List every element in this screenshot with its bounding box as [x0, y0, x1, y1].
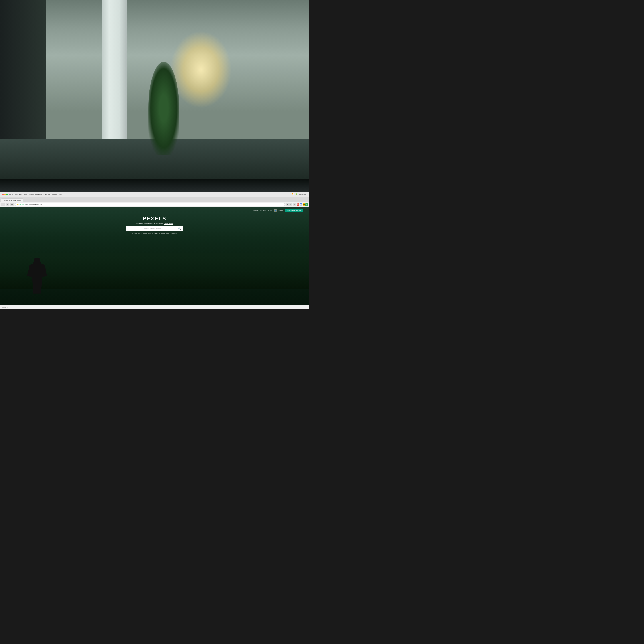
lock-icon: 🔒: [17, 204, 19, 205]
browser-toolbar: ‹ › ↻ 🔒 Secure https://www.pexels.com ★ …: [0, 202, 309, 207]
user-avatar: 👤: [274, 209, 277, 212]
minimize-window-btn[interactable]: [4, 194, 6, 195]
gmail-icon[interactable]: M: [297, 203, 299, 206]
battery-icon: 🔋: [295, 193, 298, 195]
browser-status-bar: Searches: [0, 305, 309, 309]
extension2[interactable]: ◈: [305, 203, 308, 206]
extension1[interactable]: ⚙: [303, 203, 305, 206]
pexels-logo: PEXELS: [6, 216, 303, 222]
menu-file[interactable]: File: [15, 193, 18, 195]
nav-license-link[interactable]: License: [260, 210, 266, 211]
more-tags-link[interactable]: more →: [171, 232, 177, 234]
more-options-icon[interactable]: ⋮: [293, 203, 296, 206]
address-bar[interactable]: 🔒 Secure https://www.pexels.com: [15, 203, 285, 206]
secure-label: Secure: [19, 204, 24, 205]
menu-chrome[interactable]: hrome: [9, 193, 13, 195]
tag-blur[interactable]: blur: [138, 232, 140, 234]
macos-menubar: hrome File Edit View History Bookmarks P…: [0, 192, 309, 197]
menu-history[interactable]: History: [29, 193, 34, 195]
system-info: 📶 🔋 Wed 16:15: [292, 193, 307, 195]
search-icon[interactable]: 🔍: [178, 227, 181, 230]
office-plant: [148, 62, 179, 155]
window-glow: [170, 31, 232, 108]
pexels-nav: Browse ▾ License Tools 👤 Daniel Contribu…: [0, 207, 309, 214]
window-controls[interactable]: [2, 194, 8, 195]
person-body-shape: [25, 258, 49, 293]
person-silhouette: [25, 258, 49, 293]
nav-tools-link[interactable]: Tools: [268, 210, 272, 211]
tag-house[interactable]: house: [132, 232, 137, 234]
wifi-icon: 📶: [292, 193, 294, 195]
bookmark-icon[interactable]: ★: [286, 203, 289, 206]
menu-help[interactable]: Help: [59, 193, 62, 195]
search-input[interactable]: Search for free photos...: [128, 228, 178, 230]
maximize-window-btn[interactable]: [6, 194, 8, 195]
pexels-hero-section: PEXELS Best free stock photos in one pla…: [0, 214, 309, 234]
screen-area: hrome File Edit View History Bookmarks P…: [0, 192, 309, 309]
menu-window[interactable]: Window: [52, 193, 58, 195]
calendar-icon[interactable]: 📅: [300, 203, 302, 206]
menu-view[interactable]: View: [24, 193, 27, 195]
username-label: Daniel: [278, 210, 283, 211]
close-window-btn[interactable]: [2, 194, 4, 195]
tab-label: Pexels · Free Stock Photos: [4, 199, 21, 201]
url-text: https://www.pexels.com: [25, 204, 41, 205]
toolbar-extension-icons: M 📅 ⚙ ◈: [297, 203, 308, 206]
system-time: Wed 16:15: [299, 193, 307, 195]
tag-phone[interactable]: phone: [161, 232, 165, 234]
menu-items: hrome File Edit View History Bookmarks P…: [9, 193, 62, 195]
pexels-tagline: Best free stock photos in one place. Lea…: [6, 223, 303, 224]
nav-browse-link[interactable]: Browse ▾: [252, 210, 259, 211]
tag-wood[interactable]: wood: [166, 232, 170, 234]
status-text: Searches: [2, 306, 8, 308]
search-tag-list: house blur training vintage meeting phon…: [6, 232, 303, 234]
tag-vintage[interactable]: vintage: [148, 232, 153, 234]
learn-more-link[interactable]: Learn more: [164, 223, 173, 224]
menu-bookmarks[interactable]: Bookmarks: [35, 193, 44, 195]
pexels-website: Browse ▾ License Tools 👤 Daniel Contribu…: [0, 207, 309, 309]
extensions-icon[interactable]: ⊕: [289, 203, 292, 206]
tag-training[interactable]: training: [141, 232, 147, 234]
user-profile[interactable]: 👤 Daniel: [274, 209, 283, 212]
tag-meeting[interactable]: meeting: [154, 232, 160, 234]
forward-button[interactable]: ›: [6, 203, 9, 206]
search-bar[interactable]: Search for free photos... 🔍: [126, 226, 183, 231]
refresh-button[interactable]: ↻: [10, 203, 14, 206]
browser-action-icons: ★ ⊕ ⋮: [286, 203, 296, 206]
nav-more-icon[interactable]: ···: [305, 209, 307, 212]
tab-bar: Pexels · Free Stock Photos: [0, 197, 309, 202]
menu-people[interactable]: People: [45, 193, 50, 195]
menu-edit[interactable]: Edit: [19, 193, 22, 195]
contribute-photos-button[interactable]: Contribute Photos: [285, 209, 303, 212]
back-button[interactable]: ‹: [1, 203, 5, 206]
active-tab[interactable]: Pexels · Free Stock Photos: [1, 198, 23, 202]
browse-dropdown-icon: ▾: [258, 210, 259, 211]
